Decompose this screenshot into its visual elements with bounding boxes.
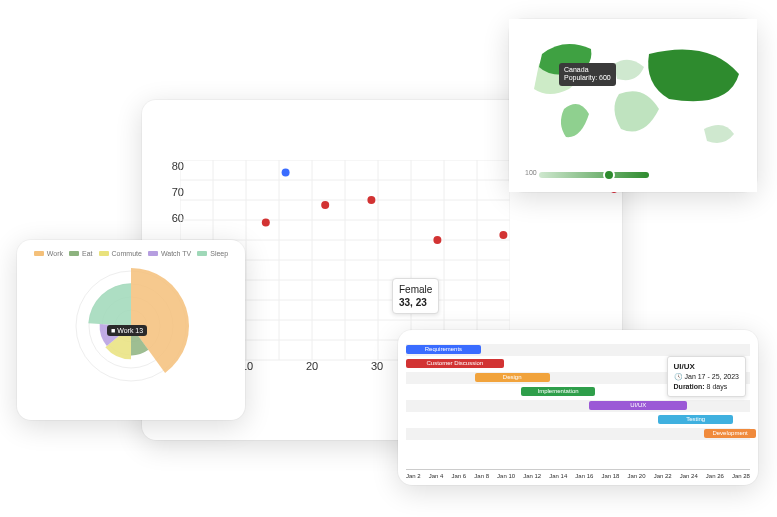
gantt-chart-card: RequirementsCustomer DiscussionDesignImp…	[398, 330, 758, 485]
gantt-bar[interactable]: Development	[704, 429, 756, 438]
gantt-tick: Jan 20	[628, 473, 646, 479]
gantt-bar[interactable]: Implementation	[521, 387, 596, 396]
legend-item[interactable]: Work	[34, 250, 63, 257]
data-point[interactable]	[367, 196, 375, 204]
world-map-card: Canada Popularity: 600 100	[509, 19, 757, 192]
gantt-tick: Jan 28	[732, 473, 750, 479]
gantt-row: Requirements	[406, 344, 750, 356]
gantt-row: Development	[406, 428, 750, 440]
map-tooltip: Canada Popularity: 600	[559, 63, 616, 86]
data-point[interactable]	[282, 169, 290, 177]
chart-collage: Female 80 70 60 10 20 30 Female 33, 23	[0, 0, 777, 517]
gantt-tick: Jan 2	[406, 473, 421, 479]
gantt-bar[interactable]: Testing	[658, 415, 733, 424]
gantt-bar[interactable]: Customer Discussion	[406, 359, 504, 368]
gantt-tick: Jan 26	[706, 473, 724, 479]
scale-knob[interactable]	[605, 171, 613, 179]
data-point[interactable]	[499, 231, 507, 239]
gantt-x-axis: Jan 2Jan 4Jan 6Jan 8Jan 10Jan 12Jan 14Ja…	[406, 469, 750, 479]
polar-chart-card: Work Eat Commute Watch TV Sleep ■ Work 1…	[17, 240, 245, 420]
gantt-row: Testing	[406, 414, 750, 426]
polar-tooltip: ■ Work 13	[107, 325, 147, 336]
duration-label: Duration:	[674, 383, 705, 390]
legend-item[interactable]: Watch TV	[148, 250, 191, 257]
gantt-tick: Jan 12	[523, 473, 541, 479]
gantt-tick: Jan 16	[575, 473, 593, 479]
gantt-tooltip-duration: 8 days	[707, 383, 728, 390]
gantt-tick: Jan 18	[601, 473, 619, 479]
map-color-scale[interactable]: 100	[539, 172, 649, 178]
gantt-tick: Jan 8	[474, 473, 489, 479]
map-tooltip-value: Popularity: 600	[564, 74, 611, 82]
gantt-tick: Jan 22	[654, 473, 672, 479]
gantt-tick: Jan 6	[452, 473, 467, 479]
polar-legend: Work Eat Commute Watch TV Sleep	[17, 250, 245, 257]
polar-slice[interactable]	[131, 268, 189, 373]
gantt-tooltip-title: UI/UX	[674, 361, 739, 372]
legend-item[interactable]: Commute	[99, 250, 142, 257]
gantt-bar[interactable]: Requirements	[406, 345, 481, 354]
gantt-row: UI/UX	[406, 400, 750, 412]
gantt-tick: Jan 14	[549, 473, 567, 479]
scale-min: 100	[525, 169, 537, 176]
data-point[interactable]	[433, 236, 441, 244]
tooltip-value: 33, 23	[399, 297, 427, 308]
data-point[interactable]	[321, 201, 329, 209]
gantt-tick: Jan 4	[429, 473, 444, 479]
legend-item[interactable]: Sleep	[197, 250, 228, 257]
map-tooltip-country: Canada	[564, 66, 611, 74]
legend-item[interactable]: Eat	[69, 250, 93, 257]
gantt-bar[interactable]: Design	[475, 373, 550, 382]
scatter-tooltip: Female 33, 23	[392, 278, 439, 314]
gantt-tooltip: UI/UX 🕓 Jan 17 - 25, 2023 Duration: 8 da…	[667, 356, 746, 397]
gantt-bar[interactable]: UI/UX	[589, 401, 687, 410]
data-point[interactable]	[262, 219, 270, 227]
polar-slice[interactable]	[88, 283, 131, 326]
gantt-chart: RequirementsCustomer DiscussionDesignImp…	[398, 330, 758, 485]
world-map[interactable]	[509, 19, 757, 192]
gantt-tick: Jan 10	[497, 473, 515, 479]
gantt-tick: Jan 24	[680, 473, 698, 479]
clock-icon: 🕓	[674, 373, 683, 380]
tooltip-title: Female	[399, 283, 432, 296]
gantt-tooltip-range: Jan 17 - 25, 2023	[685, 373, 740, 380]
